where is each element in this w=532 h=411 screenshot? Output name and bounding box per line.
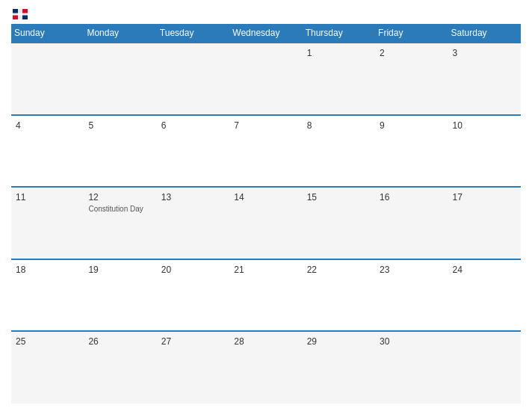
calendar-cell: 10 [448, 115, 521, 188]
calendar-cell: 8 [303, 115, 375, 188]
day-number: 12 [88, 192, 152, 203]
calendar-cell: 15 [303, 187, 375, 259]
calendar-cell: 22 [303, 259, 375, 332]
calendar-cell [229, 43, 302, 115]
day-number: 13 [161, 192, 225, 203]
calendar-cell: 9 [375, 115, 448, 188]
day-number: 21 [234, 265, 297, 275]
calendar-cell [157, 43, 229, 115]
calendar-cell: 17 [448, 187, 521, 259]
calendar-cell: 28 [229, 331, 302, 404]
calendar-week-row: 1112Constitution Day1314151617 [11, 187, 521, 259]
calendar-week-row: 18192021222324 [11, 259, 521, 332]
day-number: 22 [307, 265, 371, 275]
calendar-cell: 5 [84, 115, 156, 188]
calendar-cell: 30 [375, 331, 448, 404]
calendar-week-row: 123 [11, 43, 521, 115]
day-number: 11 [16, 192, 79, 203]
calendar-cell: 2 [375, 43, 448, 115]
day-number: 2 [380, 48, 443, 58]
calendar-cell: 4 [11, 115, 84, 188]
day-number: 25 [16, 336, 79, 347]
day-number: 23 [380, 265, 443, 275]
calendar-header [11, 7, 521, 18]
day-number: 1 [307, 48, 371, 58]
calendar-cell: 12Constitution Day [84, 187, 156, 259]
calendar-cell: 27 [157, 331, 229, 404]
column-header-friday: Friday [375, 24, 448, 43]
day-number: 17 [453, 192, 516, 203]
calendar-body: 123456789101112Constitution Day131415161… [11, 43, 521, 404]
calendar-week-row: 45678910 [11, 115, 521, 188]
day-number: 6 [161, 120, 225, 131]
calendar-week-row: 252627282930 [11, 331, 521, 404]
calendar-cell: 25 [11, 331, 84, 404]
calendar-cell: 7 [229, 115, 302, 188]
calendar-cell [84, 43, 156, 115]
svg-rect-5 [13, 13, 28, 16]
day-number: 14 [234, 192, 297, 203]
calendar-cell: 13 [157, 187, 229, 259]
calendar-cell: 14 [229, 187, 302, 259]
column-header-tuesday: Tuesday [157, 24, 229, 43]
calendar-cell [448, 331, 521, 404]
day-number: 28 [234, 336, 297, 347]
calendar-cell: 23 [375, 259, 448, 332]
calendar-header-row: SundayMondayTuesdayWednesdayThursdayFrid… [11, 24, 521, 43]
day-number: 19 [88, 265, 152, 275]
day-number: 26 [88, 336, 152, 347]
day-number: 8 [307, 120, 371, 131]
calendar-cell: 6 [157, 115, 229, 188]
day-number: 10 [453, 120, 516, 131]
logo-flag-icon [13, 9, 28, 19]
day-number: 16 [380, 192, 443, 203]
day-number: 24 [453, 265, 516, 275]
day-number: 27 [161, 336, 225, 347]
calendar-table: SundayMondayTuesdayWednesdayThursdayFrid… [11, 24, 521, 404]
column-header-sunday: Sunday [11, 24, 84, 43]
day-number: 4 [16, 120, 79, 131]
day-number: 7 [234, 120, 297, 131]
calendar-cell: 3 [448, 43, 521, 115]
day-number: 20 [161, 265, 225, 275]
logo [11, 7, 28, 18]
calendar-cell: 16 [375, 187, 448, 259]
day-number: 3 [453, 48, 516, 58]
calendar-cell: 26 [84, 331, 156, 404]
calendar-cell: 20 [157, 259, 229, 332]
column-header-saturday: Saturday [448, 24, 521, 43]
calendar-cell: 29 [303, 331, 375, 404]
calendar-cell: 11 [11, 187, 84, 259]
holiday-label: Constitution Day [88, 204, 152, 214]
column-header-wednesday: Wednesday [229, 24, 302, 43]
column-header-monday: Monday [84, 24, 156, 43]
calendar-cell: 1 [303, 43, 375, 115]
day-number: 5 [88, 120, 152, 131]
calendar-cell: 24 [448, 259, 521, 332]
calendar-cell: 21 [229, 259, 302, 332]
calendar-cell [11, 43, 84, 115]
calendar-cell: 19 [84, 259, 156, 332]
day-number: 29 [307, 336, 371, 347]
day-number: 15 [307, 192, 371, 203]
day-number: 9 [380, 120, 443, 131]
day-number: 18 [16, 265, 79, 275]
calendar-cell: 18 [11, 259, 84, 332]
day-number: 30 [380, 336, 443, 347]
column-header-thursday: Thursday [303, 24, 375, 43]
